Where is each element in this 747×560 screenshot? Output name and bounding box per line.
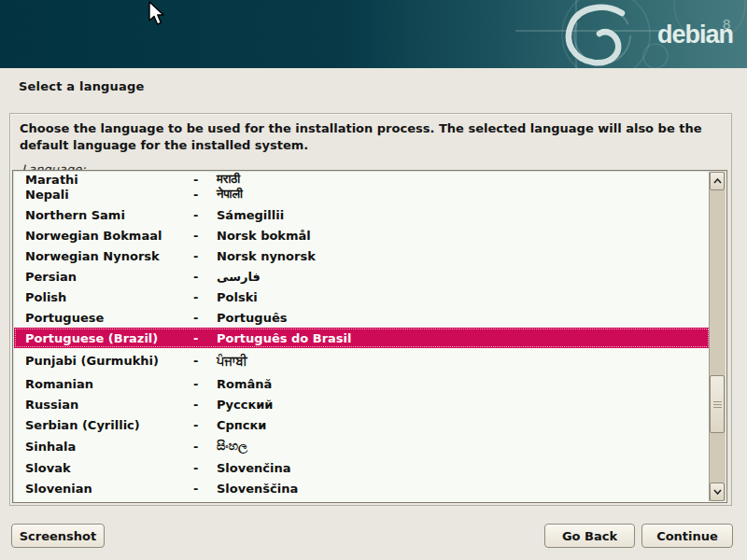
separator-dash: -: [180, 377, 217, 391]
language-native-name: नेपाली: [217, 187, 710, 202]
separator-dash: -: [180, 354, 217, 368]
language-name: Northern Sami: [25, 208, 180, 222]
content-frame: Choose the language to be used for the i…: [9, 113, 732, 506]
separator-dash: -: [180, 311, 217, 325]
language-name: Persian: [25, 270, 180, 284]
scrollbar-thumb[interactable]: [710, 375, 725, 433]
language-name: Portuguese: [25, 311, 180, 325]
list-item[interactable]: Portuguese (Brazil)-Português do Brasil: [14, 328, 710, 348]
language-native-name: Русский: [217, 398, 710, 412]
language-native-name: Polski: [217, 290, 710, 304]
list-item[interactable]: Punjabi (Gurmukhi)-ਪੰਜਾਬੀ: [14, 348, 710, 373]
header-banner: debian 8: [0, 0, 747, 68]
separator-dash: -: [180, 290, 217, 304]
brand-version: 8: [723, 16, 730, 32]
language-name: Norwegian Nynorsk: [25, 249, 180, 263]
language-name: Sinhala: [25, 440, 180, 454]
language-native-name: Norsk bokmål: [217, 229, 710, 243]
separator-dash: -: [180, 418, 217, 432]
language-name: Slovak: [25, 461, 180, 475]
language-native-name: Slovenčina: [217, 461, 710, 475]
separator-dash: -: [180, 461, 217, 475]
language-native-name: मराठी: [217, 172, 710, 184]
language-native-name: Português do Brasil: [217, 331, 710, 345]
language-native-name: Sámegillii: [217, 208, 710, 222]
separator-dash: -: [180, 208, 217, 222]
language-native-name: සිංහල: [217, 439, 710, 454]
separator-dash: -: [180, 482, 217, 496]
separator-dash: -: [180, 331, 217, 345]
instructions-text: Choose the language to be used for the i…: [20, 120, 720, 154]
list-item[interactable]: Sinhala-සිංහල: [14, 435, 710, 457]
language-native-name: فارسی: [217, 270, 710, 284]
debian-installer-screen: { "banner": { "brand": "debian", "versio…: [0, 0, 747, 560]
list-item[interactable]: Marathi-मराठी: [14, 172, 710, 184]
list-item[interactable]: Slovenian-Slovenščina: [14, 478, 710, 498]
scroll-down-button[interactable]: [710, 483, 725, 501]
separator-dash: -: [180, 270, 217, 284]
list-item[interactable]: Polish-Polski: [14, 287, 710, 307]
screenshot-button[interactable]: Screenshot: [11, 524, 105, 548]
language-native-name: Română: [217, 377, 710, 391]
language-name: Slovenian: [25, 482, 180, 496]
language-native-name: ਪੰਜਾਬੀ: [217, 354, 710, 369]
go-back-button[interactable]: Go Back: [544, 524, 635, 548]
page-title: Select a language: [19, 79, 145, 93]
separator-dash: -: [180, 249, 217, 263]
separator-dash: -: [180, 440, 217, 454]
language-name: Polish: [25, 290, 180, 304]
list-item[interactable]: Russian-Русский: [14, 394, 710, 414]
scroll-up-button[interactable]: [710, 172, 725, 190]
language-name: Punjabi (Gurmukhi): [25, 354, 180, 368]
separator-dash: -: [180, 398, 217, 412]
brand-logotype: debian: [657, 21, 733, 49]
language-native-name: Português: [217, 311, 710, 325]
language-name: Romanian: [25, 377, 180, 391]
language-listbox: Marathi-मराठीNepali-नेपालीNorthern Sami-…: [12, 170, 727, 503]
language-native-name: Slovenščina: [217, 482, 710, 496]
language-name: Russian: [25, 398, 180, 412]
language-name: Nepali: [25, 188, 180, 202]
language-list-rows: Marathi-मराठीNepali-नेपालीNorthern Sami-…: [14, 172, 710, 501]
separator-dash: -: [180, 188, 217, 202]
list-item[interactable]: Persian-فارسی: [14, 266, 710, 287]
list-item[interactable]: Serbian (Cyrillic)-Српски: [14, 414, 710, 435]
list-item[interactable]: Romanian-Română: [14, 373, 710, 394]
scrollbar-grip-icon: [713, 401, 722, 408]
list-item[interactable]: Slovak-Slovenčina: [14, 457, 710, 478]
list-item[interactable]: Northern Sami-Sámegillii: [14, 204, 710, 225]
language-native-name: Norsk nynorsk: [217, 249, 710, 263]
language-name: Portuguese (Brazil): [25, 331, 180, 345]
language-name: Marathi: [25, 173, 180, 184]
list-item[interactable]: Norwegian Bokmaal-Norsk bokmål: [14, 225, 710, 245]
language-name: Norwegian Bokmaal: [25, 229, 180, 243]
language-name: Serbian (Cyrillic): [25, 418, 180, 432]
separator-dash: -: [180, 229, 217, 243]
vertical-scrollbar[interactable]: [709, 172, 726, 501]
language-native-name: Српски: [217, 418, 710, 432]
chevron-up-icon: [713, 178, 722, 184]
chevron-down-icon: [713, 489, 722, 495]
list-item[interactable]: Portuguese-Português: [14, 307, 710, 328]
list-item[interactable]: Norwegian Nynorsk-Norsk nynorsk: [14, 245, 710, 266]
list-item[interactable]: Nepali-नेपाली: [14, 184, 710, 204]
continue-button[interactable]: Continue: [641, 524, 733, 548]
separator-dash: -: [180, 173, 217, 184]
